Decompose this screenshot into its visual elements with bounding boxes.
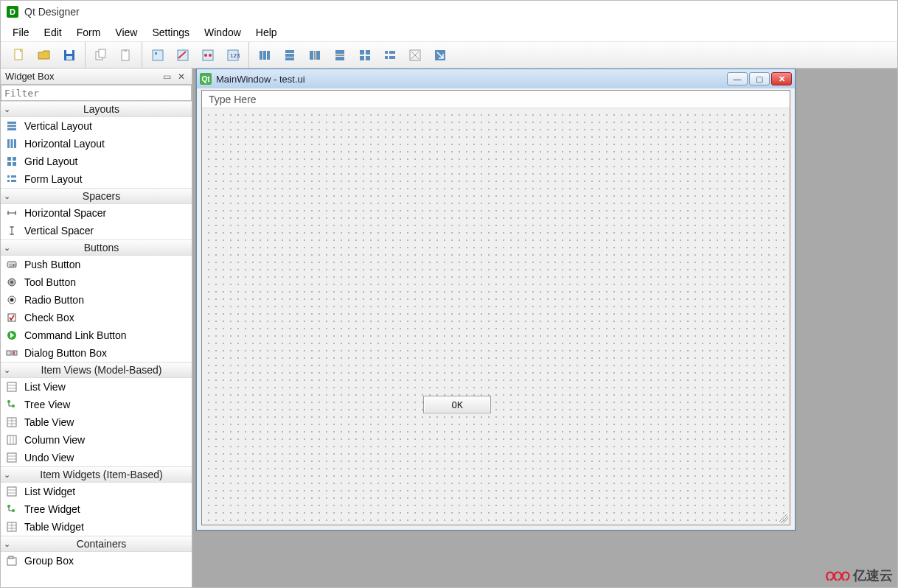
widget-box-dock: Widget Box ▭ ✕ ⌄LayoutsVertical LayoutHo… [1,69,192,587]
widget-item[interactable]: Check Box [1,309,192,326]
svg-text:OK: OK [10,263,16,267]
widget-item[interactable]: Table View [1,413,192,431]
menu-file[interactable]: File [5,25,37,40]
widget-item[interactable]: Grid Layout [1,153,192,170]
edit-signals-button[interactable] [173,45,193,66]
svg-rect-10 [178,50,188,60]
dock-close-button[interactable]: ✕ [175,71,187,83]
layout-horizontal-button[interactable] [254,45,275,66]
layout-vertical-button[interactable] [279,45,300,66]
layout-v-split-button[interactable] [330,45,350,66]
widget-item[interactable]: Tree Widget [1,500,192,518]
widget-label: Column View [24,434,85,446]
maximize-button[interactable]: ▢ [749,72,770,85]
widget-item[interactable]: Command Link Button [1,326,192,344]
widget-item[interactable]: Radio Button [1,291,192,309]
chevron-down-icon: ⌄ [4,539,14,549]
widget-item[interactable]: Horizontal Layout [1,135,192,153]
widget-item[interactable]: Vertical Spacer [1,222,192,239]
widget-item[interactable]: Tree View [1,396,192,413]
edit-widgets-button[interactable] [147,45,168,66]
svg-rect-64 [7,382,16,391]
paste-button[interactable] [116,45,136,66]
mdi-area: Qt MainWindow - test.ui — ▢ ✕ Type Here … [192,69,897,587]
widget-item[interactable]: Horizontal Spacer [1,204,192,222]
widget-item[interactable]: Form Layout [1,170,192,188]
save-button[interactable] [59,45,80,66]
menu-form[interactable]: Form [69,25,108,40]
layout-h-split-button[interactable] [304,45,325,66]
close-button[interactable]: ✕ [771,72,792,85]
chevron-down-icon: ⌄ [4,105,14,114]
break-layout-button[interactable] [405,45,425,66]
svg-rect-48 [7,162,11,166]
category-label: Buttons [14,242,189,253]
resize-grip-icon[interactable] [779,514,788,523]
qt-icon: Qt [200,73,212,85]
menu-window[interactable]: Window [197,25,248,40]
widget-label: List Widget [24,486,75,497]
svg-rect-50 [7,175,10,178]
app-icon: D [7,6,18,18]
widget-list[interactable]: ⌄LayoutsVertical LayoutHorizontal Layout… [1,101,192,587]
dock-header: Widget Box ▭ ✕ [1,69,192,85]
edit-tab-order-button[interactable]: 123 [223,45,243,66]
category-header[interactable]: ⌄Layouts [1,101,192,117]
category-label: Layouts [14,103,189,115]
layout-form-button[interactable] [380,45,400,66]
widget-item[interactable]: Group Box [1,552,192,570]
type-here-placeholder[interactable]: Type Here [202,91,263,108]
svg-rect-25 [335,50,344,54]
svg-rect-3 [66,56,72,60]
ok-button[interactable]: OK [423,396,491,413]
svg-rect-63 [13,351,17,355]
menu-edit[interactable]: Edit [37,25,69,40]
widget-item[interactable]: Column View [1,431,192,449]
svg-rect-49 [13,162,16,166]
chevron-down-icon: ⌄ [4,365,14,375]
category-label: Spacers [14,190,189,202]
widget-label: Command Link Button [24,329,127,341]
new-button[interactable] [9,45,29,66]
filter-input[interactable] [1,85,192,101]
minimize-button[interactable]: — [727,72,748,85]
form-canvas[interactable]: Type Here OK [201,90,790,525]
widget-label: List View [24,381,66,393]
widget-item[interactable]: Table Widget [1,518,192,536]
dock-float-button[interactable]: ▭ [161,71,173,83]
copy-button[interactable] [91,45,111,66]
category-header[interactable]: ⌄Buttons [1,239,192,256]
widget-icon [5,293,18,307]
widget-item[interactable]: List View [1,378,192,396]
widget-label: Check Box [24,312,74,323]
svg-rect-29 [366,50,370,55]
widget-item[interactable]: OKPush Button [1,256,192,273]
widget-item[interactable]: List Widget [1,483,192,500]
category-header[interactable]: ⌄Spacers [1,188,192,204]
form-menubar[interactable]: Type Here [202,91,790,108]
widget-icon [5,329,18,342]
subwindow-title-bar[interactable]: Qt MainWindow - test.ui — ▢ ✕ [197,69,795,88]
menu-view[interactable]: View [108,25,145,40]
widget-label: Undo View [24,452,74,463]
edit-buddies-button[interactable] [198,45,218,66]
open-button[interactable] [34,45,55,66]
widget-item[interactable]: Tool Button [1,273,192,291]
layout-grid-button[interactable] [355,45,375,66]
category-header[interactable]: ⌄Item Widgets (Item-Based) [1,466,192,483]
menu-settings[interactable]: Settings [145,25,197,40]
svg-rect-9 [155,52,157,55]
svg-rect-76 [7,453,16,462]
form-central-widget[interactable]: OK [202,108,790,525]
svg-rect-62 [7,351,11,355]
widget-icon [5,172,18,186]
adjust-size-button[interactable] [430,45,450,66]
menu-help[interactable]: Help [248,25,285,40]
widget-item[interactable]: Vertical Layout [1,117,192,135]
widget-item[interactable]: Undo View [1,449,192,466]
category-header[interactable]: ⌄Containers [1,536,192,552]
svg-rect-22 [310,51,313,60]
category-header[interactable]: ⌄Item Views (Model-Based) [1,362,192,378]
widget-item[interactable]: Dialog Button Box [1,344,192,362]
svg-rect-30 [360,56,364,60]
